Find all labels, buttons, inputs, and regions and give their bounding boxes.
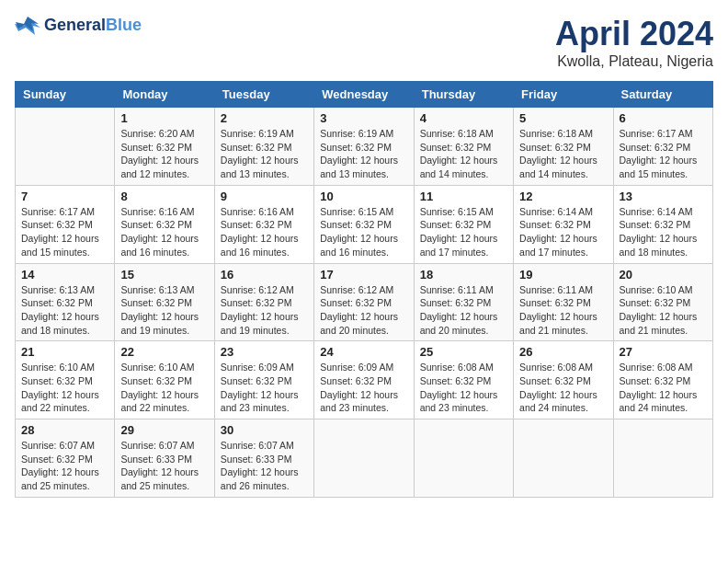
calendar-week-row: 7Sunrise: 6:17 AM Sunset: 6:32 PM Daylig… [16, 185, 713, 263]
logo-line1: GeneralBlue [44, 17, 142, 35]
calendar-cell: 19Sunrise: 6:11 AM Sunset: 6:32 PM Dayli… [514, 263, 613, 341]
day-number: 8 [120, 190, 208, 203]
day-number: 20 [620, 268, 707, 282]
day-info: Sunrise: 6:14 AM Sunset: 6:32 PM Dayligh… [519, 205, 607, 259]
day-info: Sunrise: 6:17 AM Sunset: 6:32 PM Dayligh… [620, 127, 707, 181]
calendar-cell: 16Sunrise: 6:12 AM Sunset: 6:32 PM Dayli… [214, 263, 313, 341]
day-number: 21 [21, 345, 108, 359]
day-number: 27 [620, 345, 707, 359]
day-number: 18 [420, 268, 507, 282]
calendar-cell [613, 419, 712, 498]
logo: GeneralBlue [15, 15, 142, 37]
day-number: 19 [519, 268, 607, 282]
day-number: 14 [21, 268, 108, 282]
calendar-cell [16, 108, 115, 186]
logo-icon [15, 15, 40, 37]
day-of-week-header: Tuesday [214, 82, 313, 108]
day-number: 28 [21, 423, 108, 437]
calendar-cell: 1Sunrise: 6:20 AM Sunset: 6:32 PM Daylig… [115, 108, 214, 186]
calendar-cell: 12Sunrise: 6:14 AM Sunset: 6:32 PM Dayli… [514, 185, 613, 263]
calendar-cell [414, 419, 513, 498]
month-title: April 2024 [555, 15, 713, 53]
calendar-cell: 27Sunrise: 6:08 AM Sunset: 6:32 PM Dayli… [613, 341, 712, 419]
day-number: 5 [519, 111, 607, 125]
title-block: April 2024 Kwolla, Plateau, Nigeria [555, 15, 713, 70]
day-info: Sunrise: 6:13 AM Sunset: 6:32 PM Dayligh… [21, 283, 108, 338]
day-info: Sunrise: 6:18 AM Sunset: 6:32 PM Dayligh… [420, 127, 507, 181]
calendar-cell: 14Sunrise: 6:13 AM Sunset: 6:32 PM Dayli… [16, 263, 115, 341]
day-number: 26 [519, 345, 607, 359]
day-number: 7 [21, 190, 108, 203]
calendar-cell: 17Sunrise: 6:12 AM Sunset: 6:32 PM Dayli… [314, 263, 414, 341]
day-info: Sunrise: 6:13 AM Sunset: 6:32 PM Dayligh… [120, 283, 208, 338]
day-number: 13 [620, 190, 707, 203]
day-info: Sunrise: 6:17 AM Sunset: 6:32 PM Dayligh… [21, 205, 108, 259]
day-of-week-header: Wednesday [314, 82, 414, 108]
day-number: 22 [120, 345, 208, 359]
calendar-cell [514, 419, 613, 498]
day-info: Sunrise: 6:18 AM Sunset: 6:32 PM Dayligh… [519, 127, 607, 181]
calendar-cell: 2Sunrise: 6:19 AM Sunset: 6:32 PM Daylig… [214, 108, 313, 186]
day-number: 4 [420, 111, 507, 125]
calendar-week-row: 28Sunrise: 6:07 AM Sunset: 6:32 PM Dayli… [16, 419, 713, 498]
day-info: Sunrise: 6:10 AM Sunset: 6:32 PM Dayligh… [21, 361, 108, 415]
calendar-cell: 10Sunrise: 6:15 AM Sunset: 6:32 PM Dayli… [314, 185, 414, 263]
calendar-week-row: 21Sunrise: 6:10 AM Sunset: 6:32 PM Dayli… [16, 341, 713, 419]
day-number: 17 [320, 268, 407, 282]
day-info: Sunrise: 6:11 AM Sunset: 6:32 PM Dayligh… [420, 283, 507, 338]
day-of-week-header: Sunday [16, 82, 115, 108]
page-header: GeneralBlue April 2024 Kwolla, Plateau, … [15, 15, 713, 70]
calendar-cell: 24Sunrise: 6:09 AM Sunset: 6:32 PM Dayli… [314, 341, 414, 419]
calendar-cell: 13Sunrise: 6:14 AM Sunset: 6:32 PM Dayli… [613, 185, 712, 263]
day-of-week-header: Friday [514, 82, 613, 108]
day-info: Sunrise: 6:09 AM Sunset: 6:32 PM Dayligh… [320, 361, 407, 415]
calendar-cell: 30Sunrise: 6:07 AM Sunset: 6:33 PM Dayli… [214, 419, 313, 498]
calendar-cell: 15Sunrise: 6:13 AM Sunset: 6:32 PM Dayli… [115, 263, 214, 341]
calendar-cell: 9Sunrise: 6:16 AM Sunset: 6:32 PM Daylig… [214, 185, 313, 263]
calendar-cell: 26Sunrise: 6:08 AM Sunset: 6:32 PM Dayli… [514, 341, 613, 419]
day-number: 10 [320, 190, 407, 203]
calendar-cell [314, 419, 414, 498]
calendar-week-row: 1Sunrise: 6:20 AM Sunset: 6:32 PM Daylig… [16, 108, 713, 186]
day-info: Sunrise: 6:20 AM Sunset: 6:32 PM Dayligh… [120, 127, 208, 181]
day-info: Sunrise: 6:11 AM Sunset: 6:32 PM Dayligh… [519, 283, 607, 338]
day-number: 12 [519, 190, 607, 203]
day-info: Sunrise: 6:07 AM Sunset: 6:32 PM Dayligh… [21, 439, 108, 493]
calendar-cell: 11Sunrise: 6:15 AM Sunset: 6:32 PM Dayli… [414, 185, 513, 263]
calendar-cell: 25Sunrise: 6:08 AM Sunset: 6:32 PM Dayli… [414, 341, 513, 419]
day-info: Sunrise: 6:09 AM Sunset: 6:32 PM Dayligh… [221, 361, 308, 415]
day-info: Sunrise: 6:19 AM Sunset: 6:32 PM Dayligh… [221, 127, 308, 181]
calendar-cell: 7Sunrise: 6:17 AM Sunset: 6:32 PM Daylig… [16, 185, 115, 263]
day-number: 16 [221, 268, 308, 282]
calendar-table: SundayMondayTuesdayWednesdayThursdayFrid… [15, 81, 713, 498]
calendar-cell: 28Sunrise: 6:07 AM Sunset: 6:32 PM Dayli… [16, 419, 115, 498]
days-of-week-row: SundayMondayTuesdayWednesdayThursdayFrid… [16, 82, 713, 108]
day-info: Sunrise: 6:12 AM Sunset: 6:32 PM Dayligh… [320, 283, 407, 338]
day-info: Sunrise: 6:16 AM Sunset: 6:32 PM Dayligh… [221, 205, 308, 259]
day-of-week-header: Saturday [613, 82, 712, 108]
day-number: 24 [320, 345, 407, 359]
day-info: Sunrise: 6:15 AM Sunset: 6:32 PM Dayligh… [420, 205, 507, 259]
calendar-cell: 4Sunrise: 6:18 AM Sunset: 6:32 PM Daylig… [414, 108, 513, 186]
day-info: Sunrise: 6:14 AM Sunset: 6:32 PM Dayligh… [620, 205, 707, 259]
day-info: Sunrise: 6:19 AM Sunset: 6:32 PM Dayligh… [320, 127, 407, 181]
day-number: 1 [120, 111, 208, 125]
calendar-cell: 3Sunrise: 6:19 AM Sunset: 6:32 PM Daylig… [314, 108, 414, 186]
calendar-header: SundayMondayTuesdayWednesdayThursdayFrid… [16, 82, 713, 108]
day-number: 23 [221, 345, 308, 359]
day-number: 9 [221, 190, 308, 203]
location-title: Kwolla, Plateau, Nigeria [555, 53, 713, 70]
day-number: 15 [120, 268, 208, 282]
calendar-cell: 6Sunrise: 6:17 AM Sunset: 6:32 PM Daylig… [613, 108, 712, 186]
day-info: Sunrise: 6:07 AM Sunset: 6:33 PM Dayligh… [120, 439, 208, 493]
calendar-cell: 18Sunrise: 6:11 AM Sunset: 6:32 PM Dayli… [414, 263, 513, 341]
day-number: 6 [620, 111, 707, 125]
day-info: Sunrise: 6:10 AM Sunset: 6:32 PM Dayligh… [620, 283, 707, 338]
calendar-cell: 21Sunrise: 6:10 AM Sunset: 6:32 PM Dayli… [16, 341, 115, 419]
day-number: 30 [221, 423, 308, 437]
calendar-week-row: 14Sunrise: 6:13 AM Sunset: 6:32 PM Dayli… [16, 263, 713, 341]
day-of-week-header: Thursday [414, 82, 513, 108]
calendar-cell: 20Sunrise: 6:10 AM Sunset: 6:32 PM Dayli… [613, 263, 712, 341]
day-number: 3 [320, 111, 407, 125]
calendar-body: 1Sunrise: 6:20 AM Sunset: 6:32 PM Daylig… [16, 108, 713, 498]
